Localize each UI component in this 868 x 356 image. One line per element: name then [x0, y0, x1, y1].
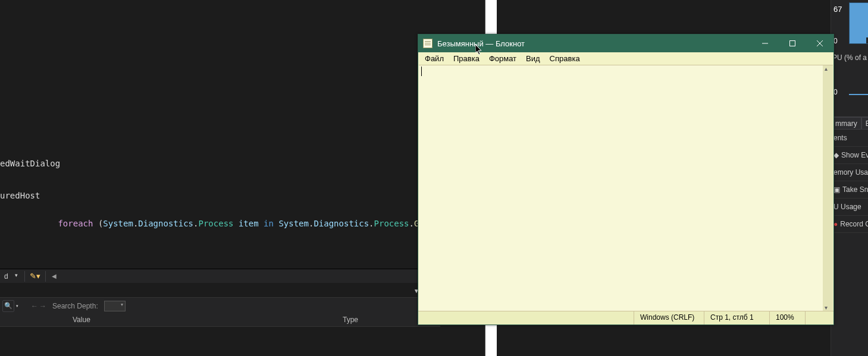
maximize-button[interactable]	[779, 34, 806, 52]
axis-zero-2: 0	[833, 88, 838, 96]
maximize-icon	[789, 40, 795, 46]
brush-icon[interactable]: ✎▾	[30, 272, 40, 281]
watch-headers: Value Type	[0, 314, 440, 327]
ns: System	[103, 219, 133, 228]
row-events-header: ents	[831, 130, 868, 147]
search-depth-label: Search Depth:	[52, 302, 98, 310]
kw-in: in	[259, 219, 279, 228]
row-label: U Usage	[833, 203, 861, 211]
cpu-chart	[849, 64, 868, 95]
search-depth-combo[interactable]	[104, 301, 126, 311]
nav-arrows: ← →	[31, 302, 46, 310]
code-block: foreach (System.Diagnostics.Process item…	[18, 184, 459, 269]
notepad-window[interactable]: Безымянный — Блокнот Файл Правка Формат …	[418, 34, 834, 325]
sp	[234, 219, 239, 228]
ns: System	[278, 219, 309, 228]
separator	[24, 271, 25, 282]
menu-help[interactable]: Справка	[546, 53, 584, 64]
col-type[interactable]: Type	[343, 316, 358, 324]
row-show-events[interactable]: ◆Show Ev	[831, 147, 868, 164]
tab-summary[interactable]: mmary	[831, 117, 861, 130]
row-label: ents	[833, 134, 847, 142]
kw-foreach: foreach	[58, 219, 93, 228]
punct: (	[93, 219, 103, 228]
watch-toolbar: 🔍 ← → Search Depth:	[0, 297, 440, 314]
notepad-title: Безымянный — Блокнот	[437, 39, 751, 48]
notepad-titlebar[interactable]: Безымянный — Блокнот	[418, 34, 833, 52]
separator	[45, 271, 46, 282]
svg-rect-1	[790, 41, 795, 46]
close-icon	[817, 40, 823, 46]
notepad-menubar: Файл Правка Формат Вид Справка	[418, 52, 833, 65]
status-encoding: Windows (CRLF)	[634, 311, 704, 325]
vertical-scrollbar[interactable]	[823, 65, 833, 311]
camera-icon: ▣	[833, 185, 840, 194]
row-label: emory Usa	[833, 168, 868, 177]
row-memory-header: emory Usa	[831, 164, 868, 181]
nav-back-icon[interactable]: ←	[31, 302, 38, 310]
minimize-button[interactable]	[751, 34, 779, 52]
var: item	[239, 219, 259, 228]
cpu-value: 67	[833, 5, 842, 14]
diamond-icon: ◆	[833, 151, 839, 159]
menu-edit[interactable]: Правка	[449, 53, 484, 64]
minimize-icon	[762, 40, 768, 46]
text-caret	[421, 67, 422, 76]
close-button[interactable]	[806, 34, 833, 52]
status-empty	[805, 311, 833, 325]
status-position: Стр 1, стлб 1	[704, 311, 769, 325]
axis-zero: 0	[833, 37, 838, 45]
partial-line-1: edWaitDialog	[0, 158, 60, 169]
editor-bottom-toolbar: d ✎▾ ◀	[0, 269, 440, 283]
record-icon: ●	[833, 220, 838, 228]
tab-events[interactable]: E	[861, 117, 868, 130]
ns: Diagnostics	[314, 219, 369, 228]
menu-format[interactable]: Формат	[485, 53, 521, 64]
row-take-snapshot[interactable]: ▣Take Sna	[831, 181, 868, 199]
col-value[interactable]: Value	[73, 316, 90, 324]
menu-file[interactable]: Файл	[421, 53, 448, 64]
notepad-body	[419, 65, 833, 311]
row-label: Show Ev	[841, 151, 868, 159]
punct: .	[369, 219, 374, 228]
row-label: Take Sna	[842, 185, 868, 194]
diagnostics-panel: 67 ▼ 0 PU (% of a 0 mmary E ents ◆Show E…	[831, 0, 868, 356]
status-zoom: 100%	[769, 311, 805, 325]
menu-view[interactable]: Вид	[522, 53, 544, 64]
scroll-left-icon[interactable]: ◀	[52, 273, 57, 279]
notepad-app-icon	[423, 39, 433, 48]
search-icon[interactable]: 🔍	[2, 300, 14, 312]
cpu-axis-label: PU (% of a	[832, 53, 867, 62]
dropdown-d[interactable]: d	[1, 272, 20, 281]
notepad-statusbar: Windows (CRLF) Стр 1, стлб 1 100%	[418, 311, 833, 325]
row-record-cpu[interactable]: ●Record C	[831, 216, 868, 233]
notepad-textarea[interactable]	[419, 65, 823, 311]
punct: .	[409, 219, 414, 228]
ns: Diagnostics	[138, 219, 193, 228]
diag-tabs: mmary E	[831, 116, 868, 130]
nav-fwd-icon[interactable]: →	[39, 302, 46, 310]
type: Process	[198, 219, 233, 228]
row-label: Record C	[840, 220, 868, 228]
memory-chart	[849, 2, 868, 44]
code-editor[interactable]: edWaitDialog uredHost foreach (System.Di…	[0, 0, 485, 269]
row-cpu-header: U Usage	[831, 199, 868, 216]
type: Process	[374, 219, 409, 228]
